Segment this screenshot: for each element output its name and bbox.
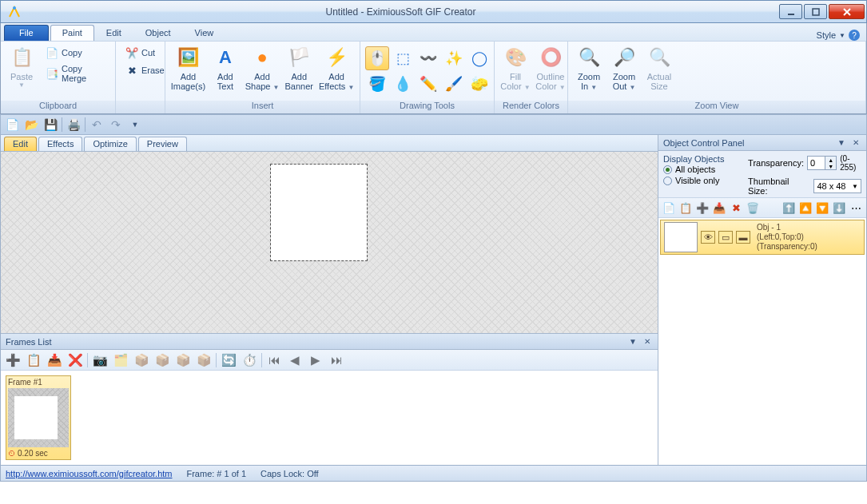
prev-frame-icon[interactable]: ◀: [286, 351, 304, 369]
frame-op2-icon[interactable]: 📦: [133, 351, 150, 369]
outline-color-button[interactable]: ⭕Outline Color ▼: [533, 43, 568, 93]
obj-front-icon[interactable]: ⬆️: [781, 200, 796, 215]
help-icon[interactable]: ?: [849, 30, 860, 41]
next-frame-icon[interactable]: ▶: [307, 351, 324, 369]
save-icon[interactable]: 💾: [42, 117, 58, 133]
redo-icon[interactable]: ↷: [108, 117, 124, 133]
radio-all-objects[interactable]: All objects: [663, 164, 748, 175]
maximize-button[interactable]: [804, 4, 827, 19]
obj-add-icon[interactable]: ➕: [695, 200, 710, 215]
visibility-toggle[interactable]: 👁: [701, 231, 715, 244]
frame-card[interactable]: Frame #1 ⏲0.20 sec: [6, 375, 71, 460]
obj-copy-icon[interactable]: 📋: [678, 200, 693, 215]
tab-paint[interactable]: Paint: [50, 25, 94, 41]
delete-frame-icon[interactable]: ❌: [66, 351, 84, 369]
view-tab-effects[interactable]: Effects: [38, 137, 82, 151]
copy-button[interactable]: 📄Copy: [42, 45, 109, 61]
canvas-area[interactable]: [1, 152, 658, 333]
obj-backward-icon[interactable]: 🔽: [815, 200, 829, 215]
last-frame-icon[interactable]: ⏭: [328, 351, 345, 369]
zoom-out-icon: 🔎: [611, 45, 637, 70]
paste-button[interactable]: 📋 Paste ▼: [4, 43, 39, 89]
rect-select-tool[interactable]: ⬚: [391, 46, 415, 70]
frame-op5-icon[interactable]: 📦: [195, 351, 213, 369]
obj-new-icon[interactable]: 📄: [662, 200, 676, 215]
title-bar: Untitled - EximiousSoft GIF Creator: [0, 0, 867, 23]
new-icon[interactable]: 📄: [4, 117, 20, 133]
obj-delete-icon[interactable]: ✖: [729, 200, 743, 215]
view-tab-preview[interactable]: Preview: [138, 137, 187, 151]
view-tab-edit[interactable]: Edit: [4, 137, 37, 151]
lock-toggle[interactable]: ▭: [718, 231, 733, 244]
panel-dropdown-icon[interactable]: ▼: [836, 137, 847, 149]
actual-size-button[interactable]: 🔍Actual Size: [642, 43, 677, 91]
obj-back-icon[interactable]: ⬇️: [832, 200, 846, 215]
status-caps: Caps Lock: Off: [260, 469, 319, 478]
eraser-tool[interactable]: 🧽: [467, 72, 491, 96]
brush-tool[interactable]: 🖌️: [442, 72, 466, 96]
frame-op3-icon[interactable]: 📦: [153, 351, 171, 369]
obj-forward-icon[interactable]: 🔼: [798, 200, 813, 215]
add-text-button[interactable]: AAdd Text: [208, 43, 243, 91]
object-row[interactable]: 👁 ▭ ▬ Obj - 1 (Left:0,Top:0) (Transparen…: [660, 220, 865, 255]
thumbnail-size-select[interactable]: 48 x 48▼: [813, 179, 861, 193]
shape-icon: ●: [249, 45, 275, 70]
add-effects-button[interactable]: ⚡Add Effects ▼: [316, 43, 356, 93]
radio-visible-only[interactable]: Visible only: [663, 175, 748, 186]
frames-close-icon[interactable]: ✕: [642, 336, 653, 347]
panel-close-icon[interactable]: ✕: [850, 137, 861, 149]
open-icon[interactable]: 📂: [23, 117, 39, 133]
qat-caret-icon[interactable]: ▼: [127, 117, 143, 133]
copy-merge-button[interactable]: 📑Copy Merge: [42, 62, 109, 85]
transparency-input[interactable]: 0▲▼: [807, 156, 837, 170]
add-frame-icon[interactable]: ➕: [4, 351, 22, 369]
obj-crop-icon[interactable]: 🗑️: [746, 200, 760, 215]
import-frame-icon[interactable]: 📥: [46, 351, 63, 369]
cut-button[interactable]: ✂️Cut: [122, 45, 168, 61]
camera-icon[interactable]: 📷: [91, 351, 109, 369]
add-images-button[interactable]: 🖼️Add Image(s): [169, 43, 208, 91]
erase-button[interactable]: ✖Erase: [122, 62, 168, 78]
eyedropper-tool[interactable]: 💧: [391, 72, 415, 96]
minimize-button[interactable]: [779, 4, 802, 19]
thumbnail-size-label: Thumbnail Size:: [748, 177, 810, 196]
timer-icon[interactable]: ⏱️: [241, 351, 258, 369]
frame-op4-icon[interactable]: 📦: [174, 351, 192, 369]
undo-icon[interactable]: ↶: [89, 117, 105, 133]
canvas[interactable]: [271, 165, 367, 260]
app-icon: [4, 4, 24, 20]
ellipse-select-tool[interactable]: ◯: [467, 46, 491, 70]
tab-edit[interactable]: Edit: [94, 25, 133, 41]
tab-file[interactable]: File: [4, 25, 49, 41]
zoom-out-button[interactable]: 🔎Zoom Out ▼: [607, 43, 642, 93]
object-toolbar: 📄 📋 ➕ 📥 ✖ 🗑️ ⬆️ 🔼 🔽 ⬇️ ⋯: [658, 197, 866, 218]
add-shape-button[interactable]: ●Add Shape ▼: [243, 43, 281, 93]
frames-dropdown-icon[interactable]: ▼: [627, 336, 638, 347]
obj-more-icon[interactable]: ⋯: [849, 200, 863, 215]
first-frame-icon[interactable]: ⏮: [265, 351, 283, 369]
print-icon[interactable]: 🖨️: [66, 117, 82, 133]
pencil-tool[interactable]: ✏️: [416, 72, 440, 96]
tab-object[interactable]: Object: [133, 25, 183, 41]
tab-view[interactable]: View: [183, 25, 226, 41]
add-banner-button[interactable]: 🏳️Add Banner: [281, 43, 316, 91]
zoom-in-button[interactable]: 🔍Zoom In ▼: [571, 43, 607, 93]
close-button[interactable]: [829, 4, 865, 19]
frame-op1-icon[interactable]: 🗂️: [112, 351, 129, 369]
spin-up-icon[interactable]: ▲: [825, 157, 836, 163]
object-thumbnail: [664, 222, 698, 252]
fill-tool[interactable]: 🪣: [365, 72, 389, 96]
fill-color-button[interactable]: 🎨Fill Color ▼: [498, 43, 533, 93]
select-toggle[interactable]: ▬: [736, 231, 750, 244]
style-dropdown[interactable]: Style: [817, 30, 836, 40]
duplicate-frame-icon[interactable]: 📋: [25, 351, 42, 369]
view-tab-optimize[interactable]: Optimize: [84, 137, 136, 151]
magic-wand-tool[interactable]: ✨: [442, 46, 466, 70]
pointer-tool[interactable]: 🖱️: [365, 46, 389, 70]
status-link[interactable]: http://www.eximioussoft.com/gifcreator.h…: [6, 469, 172, 478]
object-info: Obj - 1 (Left:0,Top:0) (Transparency:0): [757, 223, 864, 252]
lasso-tool[interactable]: 〰️: [416, 46, 440, 70]
obj-paste-icon[interactable]: 📥: [712, 200, 726, 215]
refresh-icon[interactable]: 🔄: [220, 351, 237, 369]
spin-down-icon[interactable]: ▼: [825, 163, 836, 169]
